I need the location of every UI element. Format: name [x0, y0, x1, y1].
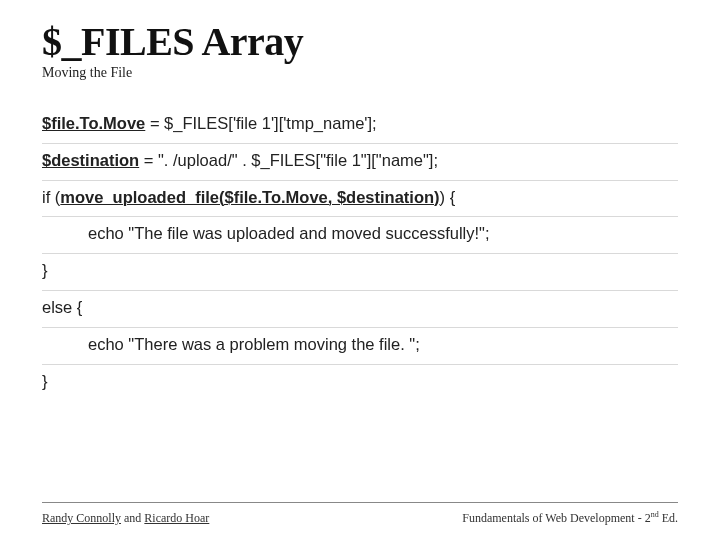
- code-rhs: = ". /upload/" . $_FILES["file 1"]["name…: [139, 151, 438, 169]
- footer-rule: [42, 502, 678, 503]
- author-2: Ricardo Hoar: [144, 511, 209, 525]
- code-line: if (move_uploaded_file($file.To.Move, $d…: [42, 181, 678, 218]
- var-lhs: $file.To.Move: [42, 114, 145, 132]
- author-1: Randy Connolly: [42, 511, 121, 525]
- code-line: else {: [42, 291, 678, 328]
- book-suffix: Ed.: [659, 511, 678, 525]
- code-listing: $file.To.Move = $_FILES['file 1']['tmp_n…: [42, 107, 678, 400]
- code-post: ) {: [440, 188, 456, 206]
- fn-call: move_uploaded_file($file.To.Move, $desti…: [60, 188, 439, 206]
- ordinal-sup: nd: [651, 510, 659, 519]
- code-line: echo "There was a problem moving the fil…: [42, 328, 678, 365]
- book-title: Fundamentals of Web Development - 2: [462, 511, 650, 525]
- code-pre: if (: [42, 188, 60, 206]
- code-line: $file.To.Move = $_FILES['file 1']['tmp_n…: [42, 107, 678, 144]
- code-line: echo "The file was uploaded and moved su…: [42, 217, 678, 254]
- footer-authors: Randy Connolly and Ricardo Hoar: [42, 511, 209, 526]
- slide: $_FILES Array Moving the File $file.To.M…: [0, 0, 720, 540]
- footer-book: Fundamentals of Web Development - 2nd Ed…: [462, 510, 678, 526]
- code-rhs: = $_FILES['file 1']['tmp_name'];: [145, 114, 376, 132]
- page-title: $_FILES Array: [42, 18, 678, 65]
- var-lhs: $destination: [42, 151, 139, 169]
- code-line: }: [42, 254, 678, 291]
- page-subtitle: Moving the File: [42, 65, 678, 81]
- footer: Randy Connolly and Ricardo Hoar Fundamen…: [42, 510, 678, 526]
- code-line: }: [42, 365, 678, 401]
- code-line: $destination = ". /upload/" . $_FILES["f…: [42, 144, 678, 181]
- author-sep: and: [121, 511, 144, 525]
